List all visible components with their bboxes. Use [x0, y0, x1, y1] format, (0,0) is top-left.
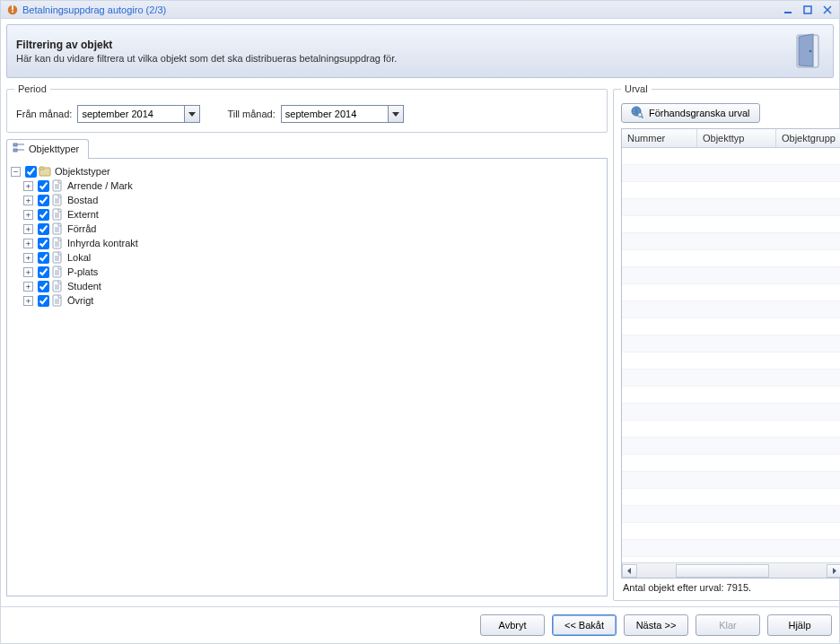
expand-icon[interactable]: + [23, 267, 33, 277]
tree-node[interactable]: +Lokal [23, 250, 603, 265]
tree-node[interactable]: +Bostad [23, 193, 603, 207]
from-month-combo[interactable] [77, 105, 200, 123]
expand-icon[interactable]: + [23, 224, 33, 234]
tree-node[interactable]: +Förråd [23, 222, 603, 236]
expand-icon[interactable]: + [23, 210, 33, 220]
svg-rect-20 [53, 195, 61, 205]
globe-search-icon [631, 106, 643, 120]
table-row [622, 318, 840, 335]
grid-body[interactable] [622, 148, 840, 562]
table-row [622, 540, 840, 557]
grid-header: Nummer Objekttyp Objektgrupp [622, 129, 840, 148]
svg-rect-2 [12, 10, 13, 12]
tree-node-checkbox[interactable] [38, 238, 49, 249]
tree-node-checkbox[interactable] [38, 223, 49, 235]
svg-rect-36 [53, 252, 61, 263]
expand-icon[interactable]: + [23, 253, 33, 263]
from-month-input[interactable] [78, 106, 184, 122]
to-month-label: Till månad: [227, 109, 275, 119]
collapse-icon[interactable]: − [11, 167, 21, 177]
col-nummer[interactable]: Nummer [622, 129, 697, 147]
app-icon [6, 4, 19, 16]
tree-node-checkbox[interactable] [38, 266, 49, 278]
tree-node-checkbox[interactable] [38, 281, 49, 292]
tree-root-checkbox[interactable] [25, 166, 37, 178]
col-objektgrupp[interactable]: Objektgrupp [776, 129, 840, 147]
col-objekttyp[interactable]: Objekttyp [697, 129, 776, 147]
maximize-button[interactable] [801, 4, 814, 16]
from-month-label: Från månad: [16, 109, 72, 119]
tree-node[interactable]: +Externt [23, 207, 603, 222]
scroll-thumb[interactable] [676, 564, 769, 578]
period-group: Period Från månad: Till månad: [6, 83, 608, 133]
finish-button[interactable]: Klar [696, 614, 760, 636]
tree-node[interactable]: +Övrigt [23, 293, 603, 308]
chevron-down-icon[interactable] [184, 106, 199, 122]
tab-objekttyper[interactable]: Objekttyper [6, 139, 89, 159]
selection-count: Antal objekt efter urval: 7915. [621, 579, 840, 593]
to-month-combo[interactable] [281, 105, 404, 123]
svg-marker-55 [627, 568, 631, 574]
tree-node[interactable]: +Arrende / Mark [23, 178, 603, 193]
tree-node-checkbox[interactable] [38, 195, 49, 206]
table-row [622, 250, 840, 267]
tree-node[interactable]: +P-plats [23, 265, 603, 279]
next-button[interactable]: Nästa >> [624, 614, 688, 636]
wizard-window: Betalningsuppdrag autogiro (2/3) Filtrer… [0, 0, 840, 644]
table-row [622, 370, 840, 387]
expand-icon[interactable]: + [23, 282, 33, 292]
table-row [622, 216, 840, 233]
cancel-button[interactable]: Avbryt [480, 614, 545, 636]
tree-node-checkbox[interactable] [38, 180, 49, 192]
page-icon [51, 294, 64, 307]
tree-root-label: Objektstyper [53, 164, 110, 178]
back-button[interactable]: << Bakåt [552, 614, 617, 636]
page-icon [51, 280, 64, 292]
tree-node-checkbox[interactable] [38, 252, 49, 264]
wizard-footer: Avbryt << Bakåt Nästa >> Klar Hjälp [1, 606, 839, 643]
wizard-body: Period Från månad: Till månad: [1, 83, 839, 606]
table-row [622, 199, 840, 216]
table-row [622, 301, 840, 318]
objekttyper-tree: − Objektstyper +Arrende / Mark+Bostad+Ex… [11, 164, 603, 308]
svg-rect-48 [53, 295, 61, 306]
wizard-header-box: Filtrering av objekt Här kan du vidare f… [6, 24, 834, 78]
table-row [622, 267, 840, 284]
tree-node-checkbox[interactable] [38, 295, 49, 307]
scroll-right-arrow[interactable] [827, 564, 840, 578]
expand-icon[interactable]: + [23, 196, 33, 205]
scroll-track[interactable] [638, 564, 826, 578]
table-row [622, 387, 840, 404]
preview-selection-button[interactable]: Förhandsgranska urval [621, 103, 760, 123]
table-row [622, 352, 840, 370]
page-subtitle: Här kan du vidare filtrera ut vilka obje… [16, 53, 397, 64]
table-row [622, 148, 840, 165]
page-icon [51, 265, 64, 278]
help-button[interactable]: Hjälp [767, 614, 832, 636]
to-month-input[interactable] [282, 106, 388, 122]
table-row [622, 523, 840, 540]
minimize-button[interactable] [782, 4, 794, 16]
tree-node-label: Student [66, 279, 101, 293]
tree-root-node[interactable]: − Objektstyper [11, 164, 603, 178]
tree-node-checkbox[interactable] [38, 209, 49, 221]
svg-rect-16 [53, 180, 61, 191]
scroll-left-arrow[interactable] [622, 564, 637, 578]
selection-grid: Nummer Objekttyp Objektgrupp [621, 128, 840, 579]
table-row [622, 455, 840, 472]
svg-rect-40 [53, 266, 61, 277]
close-button[interactable] [821, 4, 834, 16]
tree-node-label: Arrende / Mark [66, 178, 133, 193]
tree-node[interactable]: +Inhyrda kontrakt [23, 236, 603, 250]
expand-icon[interactable]: + [23, 239, 33, 248]
page-title: Filtrering av objekt [16, 39, 397, 51]
tree-icon [13, 143, 25, 155]
svg-rect-10 [13, 144, 17, 146]
svg-point-53 [638, 113, 643, 117]
preview-selection-label: Förhandsgranska urval [649, 108, 750, 118]
horizontal-scrollbar[interactable] [622, 562, 840, 578]
tree-node[interactable]: +Student [23, 279, 603, 293]
expand-icon[interactable]: + [23, 296, 33, 306]
expand-icon[interactable]: + [23, 181, 33, 191]
chevron-down-icon[interactable] [388, 106, 403, 122]
